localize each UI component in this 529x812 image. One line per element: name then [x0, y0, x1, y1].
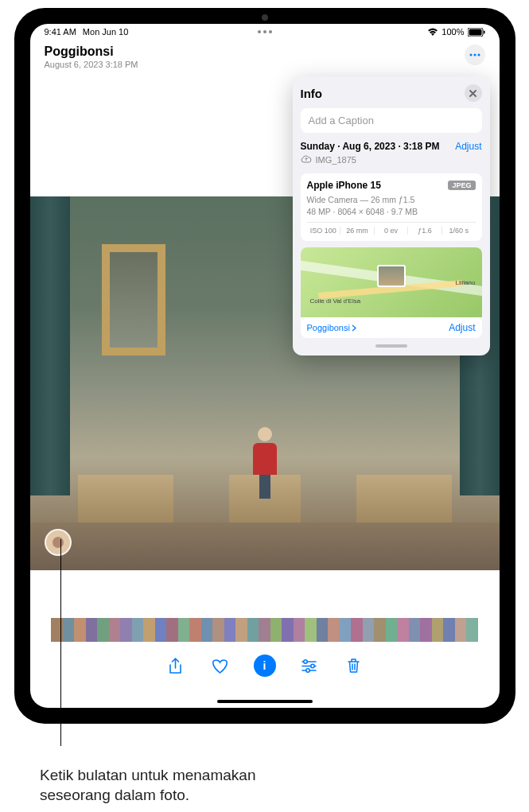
callout-leader-line — [60, 539, 61, 746]
svg-point-6 — [304, 659, 307, 662]
svg-point-4 — [473, 54, 476, 56]
tech-ev: 0 ev — [375, 227, 409, 235]
svg-point-3 — [469, 54, 472, 56]
thumbnail[interactable] — [397, 618, 409, 642]
thumbnail[interactable] — [409, 618, 421, 642]
thumbnail[interactable] — [374, 618, 386, 642]
tech-shutter: 1/60 s — [442, 227, 476, 235]
map-label-colle: Colle di Val d'Elsa — [310, 297, 361, 305]
adjust-location-link[interactable]: Adjust — [449, 322, 475, 333]
thumbnail[interactable] — [212, 618, 224, 642]
photo-header: Poggibonsi August 6, 2023 3:18 PM — [30, 38, 500, 69]
thumbnail[interactable] — [351, 618, 363, 642]
svg-point-7 — [311, 664, 314, 667]
callout-line1: Ketik bulatan untuk menamakan — [40, 765, 255, 786]
close-button[interactable] — [465, 84, 482, 102]
more-button[interactable] — [465, 45, 485, 65]
thumbnail[interactable] — [340, 618, 352, 642]
thumbnail[interactable] — [132, 618, 144, 642]
caption-input[interactable]: Add a Caption — [301, 108, 482, 133]
screen: 9:41 AM Mon Jun 10 100% Poggibonsi Augus… — [30, 24, 500, 708]
map-pin-thumbnail — [377, 265, 406, 287]
home-indicator[interactable] — [217, 700, 313, 703]
thumbnail[interactable] — [328, 618, 340, 642]
thumbnail[interactable] — [270, 618, 282, 642]
thumbnail[interactable] — [143, 618, 155, 642]
svg-point-8 — [306, 668, 309, 671]
wifi-icon — [427, 28, 438, 36]
thumbnail[interactable] — [432, 618, 444, 642]
svg-rect-1 — [469, 29, 481, 35]
share-button[interactable] — [165, 655, 187, 677]
thumbnail[interactable] — [294, 618, 305, 642]
multitask-dots[interactable] — [258, 30, 272, 33]
info-button[interactable]: i — [254, 655, 276, 677]
thumbnail[interactable] — [282, 618, 294, 642]
location-title: Poggibonsi — [45, 45, 485, 59]
thumbnail[interactable] — [305, 618, 317, 642]
battery-icon — [468, 28, 485, 37]
thumbnail[interactable] — [235, 618, 247, 642]
camera-line: Wide Camera — 26 mm ƒ1.5 — [307, 194, 476, 206]
battery-percentage: 100% — [441, 27, 464, 37]
thumbnail[interactable] — [97, 618, 109, 642]
callout-line2: seseorang dalam foto. — [40, 785, 255, 806]
thumbnail[interactable] — [420, 618, 432, 642]
thumbnail-strip[interactable] — [30, 618, 500, 642]
map-section: Colle di Val d'Elsa Lilliano Poggibonsi … — [301, 247, 482, 338]
thumbnail[interactable] — [224, 618, 236, 642]
adjust-date-link[interactable]: Adjust — [455, 141, 481, 152]
svg-point-5 — [477, 54, 480, 56]
status-time: 9:41 AM — [45, 27, 76, 37]
bottom-toolbar: i — [30, 655, 500, 677]
photo-date: Sunday · Aug 6, 2023 · 3:18 PM — [301, 141, 440, 152]
ipad-device-frame: 9:41 AM Mon Jun 10 100% Poggibonsi Augus… — [14, 8, 515, 724]
info-panel: Info Add a Caption Sunday · Aug 6, 2023 … — [293, 76, 490, 355]
thumbnail[interactable] — [155, 618, 167, 642]
panel-drag-handle[interactable] — [375, 344, 407, 348]
cloud-icon — [301, 154, 312, 165]
thumbnail[interactable] — [120, 618, 132, 642]
device-name: Apple iPhone 15 — [307, 180, 381, 191]
thumbnail[interactable] — [86, 618, 98, 642]
thumbnail[interactable] — [466, 618, 478, 642]
tech-row: ISO 100 26 mm 0 ev ƒ1.6 1/60 s — [307, 222, 476, 235]
map-location-link[interactable]: Poggibonsi — [307, 322, 356, 333]
tech-iso: ISO 100 — [307, 227, 341, 235]
thumbnail[interactable] — [166, 618, 178, 642]
svg-rect-2 — [484, 30, 485, 33]
camera-notch — [262, 14, 268, 21]
specs-line: 48 MP · 8064 × 6048 · 9.7 MB — [307, 206, 476, 218]
status-bar: 9:41 AM Mon Jun 10 100% — [30, 24, 500, 38]
tech-focal: 26 mm — [340, 227, 375, 235]
tech-aperture: ƒ1.6 — [408, 227, 442, 235]
thumbnail[interactable] — [363, 618, 375, 642]
thumbnail[interactable] — [178, 618, 190, 642]
callout-text: Ketik bulatan untuk menamakan seseorang … — [40, 765, 255, 806]
filename: IMG_1875 — [316, 155, 356, 165]
thumbnail[interactable] — [317, 618, 329, 642]
edit-button[interactable] — [298, 655, 321, 677]
delete-button[interactable] — [343, 655, 365, 677]
map-label-lilliano: Lilliano — [456, 279, 476, 286]
info-panel-title: Info — [301, 87, 323, 100]
format-badge: JPEG — [448, 181, 475, 190]
thumbnail[interactable] — [386, 618, 398, 642]
face-tag-circle[interactable] — [45, 529, 72, 556]
location-date: August 6, 2023 3:18 PM — [45, 60, 485, 69]
thumbnail[interactable] — [63, 618, 75, 642]
thumbnail[interactable] — [455, 618, 467, 642]
map-view[interactable]: Colle di Val d'Elsa Lilliano — [301, 247, 482, 317]
thumbnail[interactable] — [74, 618, 86, 642]
thumbnail[interactable] — [109, 618, 121, 642]
thumbnail[interactable] — [443, 618, 455, 642]
thumbnail[interactable] — [189, 618, 201, 642]
status-date: Mon Jun 10 — [83, 27, 128, 37]
thumbnail[interactable] — [247, 618, 259, 642]
device-section: Apple iPhone 15 JPEG Wide Camera — 26 mm… — [301, 173, 482, 241]
thumbnail[interactable] — [201, 618, 213, 642]
thumbnail[interactable] — [259, 618, 270, 642]
favorite-button[interactable] — [209, 655, 231, 677]
